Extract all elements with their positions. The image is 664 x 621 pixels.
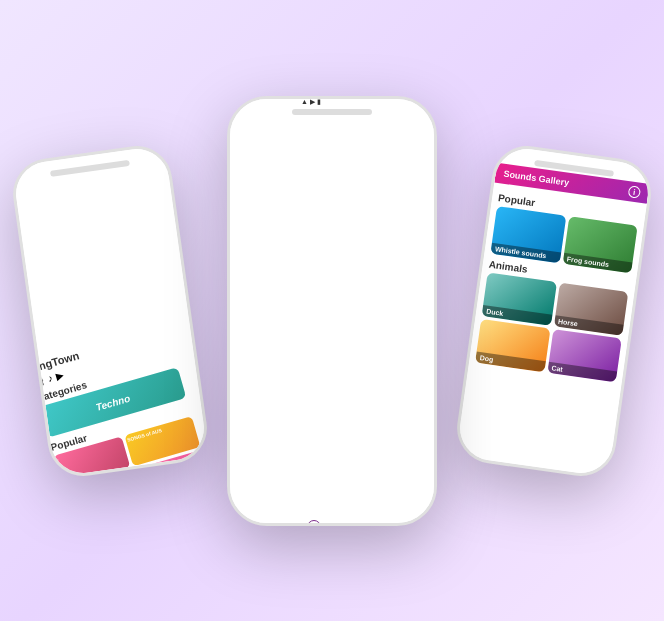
duck-thumb[interactable]: Duck (482, 272, 557, 325)
signal-icon: ▶ (310, 99, 315, 106)
whistle-thumb[interactable]: Whistle sounds (490, 206, 566, 263)
center-app-title: Prank Sounds (230, 519, 233, 523)
animals-grid: Duck Horse Dog Cat (475, 272, 628, 382)
left-status-bar: 12:00 ▲ ♪ ▶ (12, 144, 208, 350)
frog-thumb[interactable]: Frog sounds (562, 216, 638, 273)
phone-center: 12:00 ▲ ▶ ▮ Prank Sounds i POPULAR 🎆 FIR… (227, 96, 437, 526)
headphone-icon: 🎧 (31, 374, 46, 388)
center-header: Prank Sounds i (230, 314, 335, 523)
dog-thumb[interactable]: Dog (475, 318, 550, 371)
info-icon-right[interactable]: i (628, 185, 642, 199)
horse-thumb[interactable]: Horse (553, 282, 628, 335)
music-icon: ♪ (46, 372, 54, 384)
phone-left: 12:00 ▲ ♪ ▶ RingTown 🎧 ♪ ▶ Categories Te… (9, 141, 212, 480)
left-time: 12:00 (12, 144, 85, 346)
dog-label: Dog (475, 351, 545, 372)
battery-icon: ▮ (317, 99, 321, 106)
phone-right: Sounds Gallery i Popular Whistle sounds … (453, 141, 656, 480)
center-status-bar: 12:00 ▲ ▶ ▮ (230, 99, 335, 314)
play-icon: ▶ (55, 368, 66, 381)
info-icon-center[interactable]: i (307, 520, 321, 523)
techno-label: Techno (94, 392, 131, 412)
wifi-icon: ▲ (301, 99, 308, 106)
center-status-icons: ▲ ▶ ▮ (301, 99, 321, 106)
cat-label: Cat (547, 361, 617, 382)
left-status-icons: ▲ ♪ ▶ (101, 144, 207, 311)
right-content: Popular Whistle sounds Frog sounds Anima… (468, 182, 646, 388)
cat-thumb[interactable]: Cat (547, 329, 622, 382)
